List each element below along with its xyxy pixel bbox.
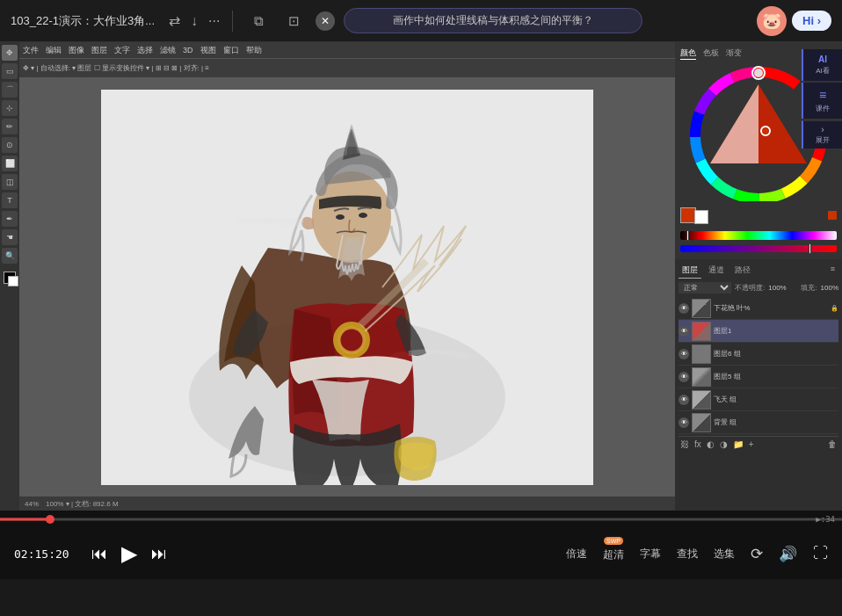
- delete-layer-icon[interactable]: 🗑: [828, 439, 837, 449]
- volume-button[interactable]: 🔊: [779, 545, 797, 563]
- foreground-color[interactable]: [4, 272, 16, 284]
- layer-row[interactable]: 👁 图层1: [679, 320, 838, 343]
- layer-row[interactable]: 👁 背景 组: [679, 411, 838, 434]
- search-button[interactable]: 查找: [677, 547, 698, 562]
- ps-menu-file[interactable]: 文件: [23, 45, 39, 56]
- progress-dot[interactable]: [46, 515, 54, 524]
- color-sliders: [680, 229, 837, 254]
- ps-tool-move[interactable]: ✥: [2, 45, 18, 61]
- add-mask-icon[interactable]: ◐: [707, 439, 715, 449]
- share-icon[interactable]: ⇄: [169, 12, 180, 29]
- expand-window-button[interactable]: ⊡: [280, 8, 307, 34]
- svg-marker-23: [710, 84, 759, 163]
- next-button[interactable]: ⏭: [151, 545, 167, 563]
- question-pill[interactable]: 画作中如何处理线稿与体积感之间的平衡？: [344, 8, 642, 33]
- ai-see-button[interactable]: AI AI看: [802, 49, 842, 81]
- paths-tab[interactable]: 路径: [731, 263, 754, 279]
- play-button[interactable]: ▶: [121, 541, 137, 566]
- layer-visibility-toggle[interactable]: 👁: [679, 349, 689, 359]
- background-swatch[interactable]: [694, 210, 708, 224]
- layers-tab[interactable]: 图层: [679, 263, 701, 279]
- add-link-icon[interactable]: ⛓: [680, 439, 689, 449]
- ps-tool-brush[interactable]: ✏: [2, 119, 18, 134]
- ps-menu-view[interactable]: 视图: [200, 45, 216, 56]
- expand-button[interactable]: › 展开: [802, 120, 842, 149]
- layer-visibility-toggle[interactable]: 👁: [679, 326, 689, 337]
- swatch-tab[interactable]: 色板: [703, 47, 719, 60]
- layer-visibility-toggle[interactable]: 👁: [679, 417, 689, 428]
- ps-menu-3d[interactable]: 3D: [183, 46, 193, 54]
- ps-menu-filter[interactable]: 滤镜: [160, 45, 176, 56]
- ai-see-label: AI看: [816, 66, 830, 76]
- layer-visibility-toggle[interactable]: 👁: [679, 303, 689, 314]
- layer-lock-icon: 🔒: [831, 305, 838, 312]
- layers-options-icon[interactable]: ≡: [827, 263, 838, 279]
- ps-menu-window[interactable]: 窗口: [223, 45, 239, 56]
- separator-1: [232, 11, 233, 32]
- blend-mode-select[interactable]: 正常 正片叠底 滤色: [679, 282, 731, 294]
- add-layer-icon[interactable]: +: [749, 439, 754, 449]
- layers-area: 图层 通道 路径 ≡ 正常 正片叠底 滤色 不透明度: 100% 填充: 100…: [675, 259, 842, 511]
- subtitle-button[interactable]: 字幕: [640, 547, 661, 562]
- hue-slider[interactable]: [680, 231, 837, 240]
- layer-row[interactable]: 👁 图层5 组: [679, 366, 838, 388]
- progress-area[interactable]: ▶:34: [0, 511, 842, 528]
- hd-button[interactable]: SWP 超清: [603, 546, 624, 562]
- add-adjustment-icon[interactable]: ◑: [720, 439, 728, 449]
- layer-row[interactable]: 👁 飞天 组: [679, 388, 838, 411]
- ps-tool-hand[interactable]: ☚: [2, 229, 18, 245]
- video-area: 文件 编辑 图像 图层 文字 选择 滤镜 3D 视图 窗口 帮助 ✥ ▾ | 自…: [19, 42, 675, 511]
- ps-tool-pen[interactable]: ✒: [2, 211, 18, 227]
- ps-tool-lasso[interactable]: ⌒: [2, 82, 18, 98]
- loop-button[interactable]: ⟳: [751, 545, 763, 563]
- hd-label: 超清: [603, 548, 624, 561]
- fill-label: 填充:: [801, 283, 817, 293]
- ps-menu-type[interactable]: 文字: [114, 45, 130, 56]
- layers-toolbar: 正常 正片叠底 滤色 不透明度: 100% 填充: 100%: [679, 282, 838, 294]
- ps-tool-crop[interactable]: ⊹: [2, 100, 18, 116]
- speed-button[interactable]: 倍速: [566, 547, 587, 562]
- close-button[interactable]: ✕: [316, 11, 335, 31]
- download-icon[interactable]: ↓: [191, 13, 198, 29]
- layer-row[interactable]: 👁 图层6 组: [679, 343, 838, 366]
- layer-visibility-toggle[interactable]: 👁: [679, 395, 689, 405]
- fullscreen-button[interactable]: ⛶: [813, 545, 828, 562]
- course-icon: ≡: [819, 88, 826, 102]
- more-icon[interactable]: ···: [208, 13, 220, 29]
- ps-menu-help[interactable]: 帮助: [246, 45, 262, 56]
- ai-icon: AI: [818, 54, 827, 64]
- layer-name: 下花艳 叶%: [714, 303, 828, 313]
- layer-thumbnail: [692, 322, 711, 341]
- add-style-icon[interactable]: fx: [694, 439, 701, 449]
- saturation-slider[interactable]: [680, 245, 837, 252]
- ps-frame: 文件 编辑 图像 图层 文字 选择 滤镜 3D 视图 窗口 帮助 ✥ ▾ | 自…: [19, 42, 675, 511]
- color-tab[interactable]: 颜色: [680, 47, 696, 60]
- layer-thumbnail: [692, 344, 711, 364]
- ps-menu-edit[interactable]: 编辑: [46, 45, 62, 56]
- right-panel: 颜色 色板 渐变 ≡: [675, 42, 842, 511]
- layer-visibility-toggle[interactable]: 👁: [679, 372, 689, 382]
- layer-name: 图层6 组: [714, 349, 838, 359]
- pip-button[interactable]: ⧉: [245, 8, 272, 34]
- color-preview: [828, 211, 837, 220]
- collection-button[interactable]: 选集: [714, 547, 735, 562]
- channels-tab[interactable]: 通道: [705, 263, 728, 279]
- gradient-tab[interactable]: 渐变: [726, 47, 742, 60]
- ps-tool-gradient[interactable]: ◫: [2, 174, 18, 190]
- ps-tool-stamp[interactable]: ⊙: [2, 137, 18, 153]
- ps-tool-select[interactable]: ▭: [2, 63, 18, 79]
- ps-tool-text[interactable]: T: [2, 192, 18, 208]
- ps-tool-zoom[interactable]: 🔍: [2, 248, 18, 264]
- course-button[interactable]: ≡ 课件: [802, 83, 842, 119]
- ps-menu-layer[interactable]: 图层: [91, 45, 107, 56]
- svg-point-5: [336, 214, 345, 220]
- top-bar: 103_22-1演示：大作业3角... ⇄ ↓ ··· ⧉ ⊡ ✕ 画作中如何处…: [0, 0, 842, 42]
- avatar: 🐷: [757, 6, 787, 36]
- layer-row[interactable]: 👁 下花艳 叶% 🔒: [679, 297, 838, 320]
- hi-button[interactable]: Hi ›: [792, 11, 831, 31]
- prev-button[interactable]: ⏮: [91, 545, 107, 563]
- ps-menu-select[interactable]: 选择: [137, 45, 153, 56]
- add-folder-icon[interactable]: 📁: [733, 439, 744, 449]
- ps-tool-eraser[interactable]: ⬜: [2, 156, 18, 171]
- ps-menu-image[interactable]: 图像: [69, 45, 84, 56]
